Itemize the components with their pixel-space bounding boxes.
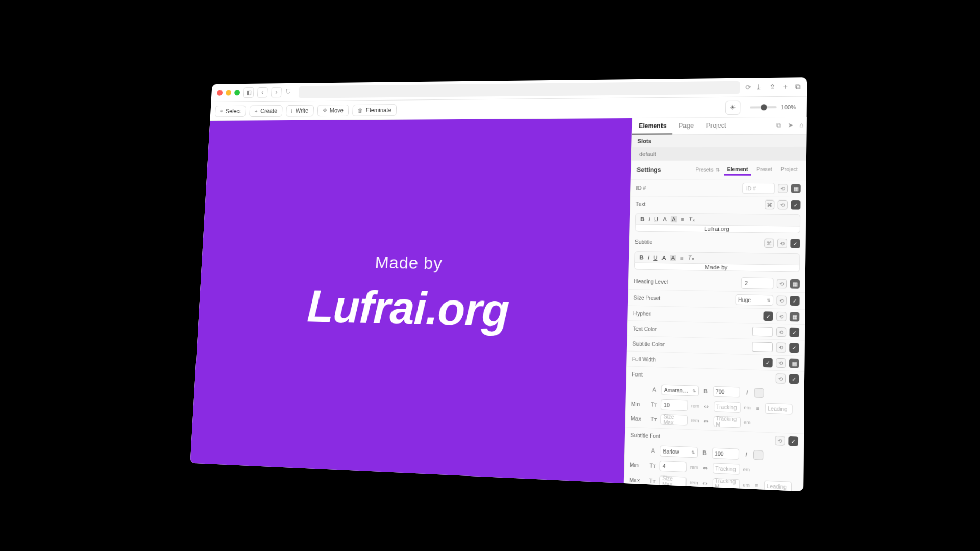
reset-icon[interactable]: ⟲ <box>776 296 786 306</box>
font-max-size-input[interactable]: Size Max <box>660 414 688 426</box>
subtitle-color-input[interactable] <box>752 342 773 352</box>
check-icon[interactable]: ✓ <box>789 374 799 384</box>
select-button[interactable]: ⌖Select <box>215 105 247 117</box>
reset-icon[interactable]: ⟲ <box>776 373 786 384</box>
theme-toggle-icon[interactable]: ☀ <box>725 100 741 114</box>
move-icon: ✥ <box>323 107 327 113</box>
subtitle-font-weight-input[interactable]: 100 <box>712 448 739 460</box>
reset-icon[interactable]: ⟲ <box>776 327 787 337</box>
text-cursor-icon: I <box>291 108 292 113</box>
check-icon[interactable]: ✓ <box>789 343 799 353</box>
font-leading-input[interactable]: Leading <box>765 403 793 415</box>
subtitle-leading-input[interactable]: Leading <box>764 480 792 491</box>
back-icon[interactable]: ‹ <box>257 87 268 97</box>
font-min-size-input[interactable]: 10 <box>661 399 688 411</box>
italic-icon[interactable]: I <box>742 451 750 458</box>
home-icon[interactable]: ⌂ <box>796 117 807 134</box>
bold-icon[interactable]: B <box>639 254 643 260</box>
code-icon[interactable]: ⌘ <box>765 200 774 210</box>
tab-project[interactable]: Project <box>700 118 732 134</box>
font-family-select[interactable]: Amaran…⇅ <box>661 385 699 396</box>
font-color-icon[interactable]: A <box>663 216 667 222</box>
share-icon[interactable]: ⇪ <box>769 83 776 91</box>
check-icon[interactable]: ✓ <box>790 239 800 248</box>
copy-icon[interactable]: ⧉ <box>773 117 785 134</box>
font-italic-toggle[interactable] <box>754 388 764 398</box>
reset-icon[interactable]: ⟲ <box>778 184 788 193</box>
zoom-slider[interactable] <box>750 106 777 108</box>
download-icon[interactable]: ⤓ <box>755 83 762 91</box>
subtitle-tracking-max-input[interactable]: Tracking M <box>712 478 740 490</box>
hyphen-checkbox[interactable]: ✓ <box>763 311 773 321</box>
text-input[interactable]: Lufrai.org <box>635 225 800 233</box>
presets-dropdown[interactable]: Presets⇅ <box>695 167 720 172</box>
subtitle-max-size-input[interactable]: Size Max <box>659 475 687 488</box>
reset-icon[interactable]: ⟲ <box>776 312 787 321</box>
subtab-element[interactable]: Element <box>724 164 751 175</box>
reset-icon[interactable]: ⟲ <box>777 239 787 248</box>
send-icon[interactable]: ➤ <box>785 117 797 134</box>
reset-icon[interactable]: ⟲ <box>776 342 786 352</box>
check-icon[interactable]: ✓ <box>790 296 800 306</box>
new-tab-icon[interactable]: + <box>783 83 788 91</box>
code-icon[interactable]: ⌘ <box>764 239 774 248</box>
size-preset-select[interactable]: Huge⇅ <box>735 294 773 306</box>
italic-icon[interactable]: I <box>648 254 649 260</box>
lock-icon[interactable]: ▦ <box>791 184 800 193</box>
slot-default[interactable]: default <box>632 147 807 160</box>
forward-icon[interactable]: › <box>271 87 282 97</box>
eleminate-button[interactable]: 🗑Eleminate <box>352 104 397 116</box>
check-icon[interactable]: ✓ <box>790 328 800 337</box>
italic-icon[interactable]: I <box>648 216 650 222</box>
canvas[interactable]: Made by Lufrai.org <box>190 118 632 483</box>
subtitle-color-label: Subtitle Color <box>632 341 675 348</box>
tabs-overview-icon[interactable]: ⧉ <box>795 82 801 91</box>
lock-icon[interactable]: ▦ <box>790 312 800 321</box>
highlight-icon[interactable]: A <box>670 255 676 261</box>
move-button[interactable]: ✥Move <box>317 105 349 116</box>
sidebar-toggle-icon[interactable]: ◧ <box>243 87 254 98</box>
subtitle-italic-toggle[interactable] <box>753 450 764 460</box>
underline-icon[interactable]: U <box>653 254 657 260</box>
subtitle-tracking-input[interactable]: Tracking <box>713 463 740 475</box>
underline-icon[interactable]: U <box>654 216 658 222</box>
font-weight-input[interactable]: 700 <box>713 386 740 398</box>
clear-format-icon[interactable]: Tₓ <box>688 255 694 261</box>
italic-icon[interactable]: I <box>743 389 751 396</box>
font-size-icon: Tᴛ <box>650 401 658 408</box>
text-color-input[interactable] <box>752 327 773 337</box>
reload-icon[interactable]: ⟳ <box>745 83 751 91</box>
align-icon[interactable]: ≡ <box>680 255 684 261</box>
subtitle-font-family-select[interactable]: Barlow⇅ <box>660 445 698 458</box>
full-width-checkbox[interactable]: ✓ <box>763 358 773 367</box>
url-bar[interactable] <box>299 81 740 98</box>
write-button[interactable]: IWrite <box>286 105 314 116</box>
lock-icon[interactable]: ▦ <box>790 279 800 289</box>
font-tracking-max-input[interactable]: Tracking M <box>713 416 741 428</box>
reset-icon[interactable]: ⟲ <box>777 279 787 288</box>
font-tracking-input[interactable]: Tracking <box>713 401 741 413</box>
create-button[interactable]: +Create <box>250 105 283 117</box>
subtitle-min-size-input[interactable]: 4 <box>659 461 687 472</box>
subtitle-font-label: Subtitle Font <box>630 432 673 440</box>
lock-icon[interactable]: ▦ <box>789 358 799 368</box>
bold-icon[interactable]: B <box>640 216 644 222</box>
clear-format-icon[interactable]: Tₓ <box>689 216 695 222</box>
id-input[interactable]: ID # <box>742 183 775 194</box>
font-color-icon[interactable]: A <box>662 254 666 260</box>
check-icon[interactable]: ✓ <box>791 200 800 210</box>
subtab-project[interactable]: Project <box>777 165 801 176</box>
close-window-icon[interactable] <box>217 90 223 95</box>
align-icon[interactable]: ≡ <box>681 216 684 222</box>
tab-elements[interactable]: Elements <box>632 118 673 135</box>
minimize-window-icon[interactable] <box>226 90 231 95</box>
reset-icon[interactable]: ⟲ <box>776 358 786 368</box>
reset-icon[interactable]: ⟲ <box>775 436 785 446</box>
heading-level-input[interactable]: 2 <box>741 277 774 289</box>
maximize-window-icon[interactable] <box>234 90 240 95</box>
tab-page[interactable]: Page <box>673 118 700 134</box>
highlight-icon[interactable]: A <box>671 216 677 222</box>
check-icon[interactable]: ✓ <box>788 436 798 446</box>
reset-icon[interactable]: ⟲ <box>778 200 788 210</box>
subtab-preset[interactable]: Preset <box>753 164 775 175</box>
